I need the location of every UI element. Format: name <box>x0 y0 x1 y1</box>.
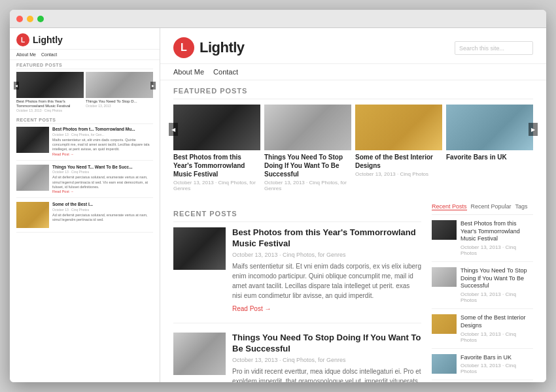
spi-body-1: Things You Need To Stop Doing If You Wan… <box>460 267 533 303</box>
left-readmore-1[interactable]: Read Post → <box>52 189 153 193</box>
left-featured-title: Featured Posts <box>16 63 153 69</box>
left-feat-item-0: Best Photos from this Year's Tommorrowla… <box>16 72 84 112</box>
rp-readmore-0[interactable]: Read Post → <box>232 305 271 312</box>
featured-caption-2: Some of the Best Interior Designs Octobe… <box>355 150 442 178</box>
left-recent-post-title-1: Things You Need T... Want To Be Succ... <box>52 165 153 170</box>
featured-post-0: Best Photos from this Year's Tommorrowla… <box>173 105 260 193</box>
maximize-dot[interactable] <box>37 16 44 22</box>
left-carousel-next[interactable]: ▶ <box>150 82 156 90</box>
sidebar-tab-tags[interactable]: Tags <box>515 203 528 210</box>
browser-content: L Lightly About Me Contact Featured Post… <box>10 28 546 382</box>
main-content: Featured Posts ◀ Best Photos from this Y… <box>160 80 546 382</box>
spi-meta-0: October 13, 2013 · Cinq Photos <box>460 244 533 256</box>
left-recent-img-0 <box>16 127 49 153</box>
sidebar-tabs: Recent Posts Recent Popular Tags <box>432 203 533 215</box>
left-recent-meta-2: October 13 · Cinq Photos <box>52 208 153 212</box>
spi-title-3: Favorite Bars in UK <box>460 354 533 362</box>
recent-post-item-1: Things You Need To Stop Doing If You Wan… <box>173 333 421 382</box>
left-logo-letter: L <box>21 37 25 44</box>
right-preview[interactable]: L Lightly Search this site... About Me C… <box>160 28 546 382</box>
featured-post-2: Some of the Best Interior Designs Octobe… <box>355 105 442 193</box>
left-recent-item-1: Things You Need T... Want To Be Succ... … <box>16 165 153 198</box>
left-feat-title-1: Things You Need To Stop D... <box>86 99 153 104</box>
recent-post-img-1 <box>173 333 226 375</box>
featured-img-1 <box>264 105 351 150</box>
featured-img-0 <box>173 105 260 150</box>
spi-body-0: Best Photos from this Year's Tommorrowla… <box>460 220 533 256</box>
recent-main: Recent Posts Best Photos from this Year'… <box>173 203 421 382</box>
featured-caption-0: Best Photos from this Year's Tommorrowla… <box>173 150 260 193</box>
left-recent-title: Recent Posts <box>16 118 153 124</box>
blog-nav: About Me Contact <box>160 64 546 80</box>
left-recent-body-1: Things You Need T... Want To Be Succ... … <box>52 165 153 193</box>
browser-window: L Lightly About Me Contact Featured Post… <box>10 10 546 382</box>
left-recent-post-title-2: Some of the Best I... <box>52 202 153 207</box>
search-box[interactable]: Search this site... <box>455 41 533 55</box>
spi-img-2 <box>432 314 457 334</box>
blog-logo: L Lightly <box>173 37 245 58</box>
logo-letter: L <box>181 42 187 54</box>
left-feat-caption-0: Best Photos from this Year's Tommorrowla… <box>16 99 84 112</box>
left-recent-img-1 <box>16 165 49 191</box>
spi-img-0 <box>432 220 457 240</box>
logo-text: Lightly <box>200 39 245 56</box>
left-recent-item-0: Best Photos from t... Tomorrowland Mu...… <box>16 127 153 160</box>
left-recent-section: Recent Posts Best Photos from t... Tomor… <box>10 115 160 238</box>
featured-meta-1: October 13, 2013 · Cinq Photos, for Genr… <box>264 180 351 191</box>
left-recent-excerpt-1: Ad sit defernit perciatus solutand, enum… <box>52 175 153 189</box>
minimize-dot[interactable] <box>27 16 33 22</box>
spi-meta-2: October 13, 2013 · Cinq Photos <box>460 331 533 343</box>
left-featured-section: Featured Posts ◀ Best Photos from this Y… <box>10 60 160 115</box>
left-nav-about[interactable]: About Me <box>16 52 36 57</box>
spi-body-3: Favorite Bars in UK October 13, 2013 · C… <box>460 354 533 375</box>
search-placeholder: Search this site... <box>459 45 504 52</box>
left-nav-contact[interactable]: Contact <box>41 52 57 57</box>
left-feat-item-1: Things You Need To Stop D... October 13,… <box>86 72 153 112</box>
close-dot[interactable] <box>16 16 23 22</box>
recent-post-img-0 <box>173 227 226 270</box>
sidebar-tab-recent[interactable]: Recent Posts <box>432 203 467 210</box>
nav-about[interactable]: About Me <box>173 68 204 76</box>
featured-post-3: Favorite Bars in UK <box>446 105 533 193</box>
left-carousel-prev[interactable]: ◀ <box>14 82 19 90</box>
left-recent-excerpt-2: Ad sit defernit perciatus solutand, enum… <box>52 213 153 222</box>
left-readmore-0[interactable]: Read Post → <box>52 152 153 156</box>
sidebar-post-2: Some of the Best Interior Designs Octobe… <box>432 314 533 348</box>
featured-meta-2: October 13, 2013 · Cinq Photos <box>355 171 442 177</box>
featured-title-0: Best Photos from this Year's Tommorrowla… <box>173 153 260 178</box>
left-logo-text: Lightly <box>33 35 63 45</box>
left-feat-title-0: Best Photos from this Year's Tommorrowla… <box>16 99 84 108</box>
nav-contact[interactable]: Contact <box>213 68 238 76</box>
spi-title-0: Best Photos from this Year's Tommorrowla… <box>460 220 533 243</box>
left-recent-item-2: Some of the Best I... October 13 · Cinq … <box>16 202 153 233</box>
left-recent-body-0: Best Photos from t... Tomorrowland Mu...… <box>52 127 153 155</box>
featured-meta-0: October 13, 2013 · Cinq Photos, for Genr… <box>173 180 260 191</box>
left-feat-meta-1: October 13, 2013 <box>86 104 153 108</box>
left-header: L Lightly <box>10 28 160 50</box>
sidebar-tab-popular[interactable]: Recent Popular <box>471 203 512 210</box>
left-recent-body-2: Some of the Best I... October 13 · Cinq … <box>52 202 153 228</box>
left-recent-meta-0: October 13 · Cinq Photos, for Gen... <box>52 133 153 137</box>
left-feat-meta-0: October 13, 2013 · Cinq Photos <box>16 108 84 112</box>
sidebar-post-0: Best Photos from this Year's Tommorrowla… <box>432 220 533 262</box>
featured-posts-row: ◀ Best Photos from this Year's Tommorrow… <box>173 105 533 193</box>
recent-layout: Recent Posts Best Photos from this Year'… <box>173 203 533 382</box>
spi-body-2: Some of the Best Interior Designs Octobe… <box>460 314 533 342</box>
left-recent-img-2 <box>16 202 49 228</box>
carousel-prev-button[interactable]: ◀ <box>169 123 178 136</box>
left-recent-excerpt-0: Maifs sententietur sit, elit vnim dads c… <box>52 138 153 152</box>
recent-section-title: Recent Posts <box>173 203 421 222</box>
browser-titlebar <box>10 10 546 28</box>
rp-title-1: Things You Need To Stop Doing If You Wan… <box>232 333 421 355</box>
recent-post-body-0: Best Photos from this Year's Tommorrowla… <box>232 227 421 314</box>
spi-img-3 <box>432 354 457 374</box>
featured-title-1: Things You Need To Stop Doing If You Wan… <box>264 153 351 178</box>
featured-section-title: Featured Posts <box>173 80 533 99</box>
recent-post-item-0: Best Photos from this Year's Tommorrowla… <box>173 227 421 323</box>
rp-title-0: Best Photos from this Year's Tommorrowla… <box>232 227 421 250</box>
featured-caption-1: Things You Need To Stop Doing If You Wan… <box>264 150 351 193</box>
sidebar-post-3: Favorite Bars in UK October 13, 2013 · C… <box>432 354 533 381</box>
left-recent-post-title-0: Best Photos from t... Tomorrowland Mu... <box>52 127 153 132</box>
spi-meta-1: October 13, 2013 · Cinq Photos <box>460 291 533 303</box>
carousel-next-button[interactable]: ▶ <box>529 123 538 136</box>
